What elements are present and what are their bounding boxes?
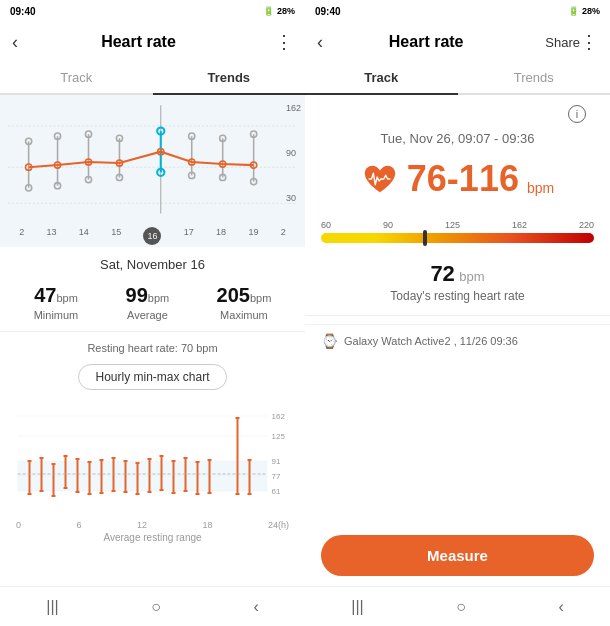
svg-text:125: 125 <box>272 432 286 441</box>
measure-button[interactable]: Measure <box>321 535 594 576</box>
active-x-label: 16 <box>143 227 161 245</box>
trend-chart-area: 162 90 30 <box>0 95 305 225</box>
svg-text:91: 91 <box>272 457 281 466</box>
battery-icon-right: 🔋 <box>568 6 579 16</box>
chart-y-labels: 162 90 30 <box>286 103 301 203</box>
divider-1 <box>305 315 610 316</box>
status-icons-left: 🔋 28% <box>263 6 295 16</box>
gauge-bar <box>321 233 594 243</box>
resting-bpm-value: 72 <box>430 261 454 286</box>
nav-back-right[interactable]: ‹ <box>558 598 563 616</box>
nav-menu-left[interactable]: ||| <box>46 598 58 616</box>
bar-chart-area: 162 125 91 77 61 <box>0 400 305 586</box>
svg-rect-46 <box>18 461 268 491</box>
info-icon[interactable]: i <box>568 105 586 123</box>
svg-text:61: 61 <box>272 487 281 496</box>
battery-pct-right: 28% <box>582 6 600 16</box>
header-title-right: Heart rate <box>307 33 545 51</box>
time-right: 09:40 <box>315 6 341 17</box>
watch-icon: ⌚ <box>321 333 338 349</box>
stat-average: 99bpm Average <box>126 284 170 321</box>
heart-icon <box>361 160 399 198</box>
hourly-btn-wrap: Hourly min-max chart <box>0 364 305 400</box>
header-title-left: Heart rate <box>2 33 275 51</box>
heart-rate-display: 76-116 bpm <box>305 150 610 212</box>
status-bar-right: 09:40 🔋 28% <box>305 0 610 22</box>
date-label: Sat, November 16 <box>0 247 305 278</box>
avg-range-label: Average resting range <box>8 530 297 547</box>
share-button[interactable]: Share <box>545 35 580 50</box>
nav-home-right[interactable]: ○ <box>456 598 466 616</box>
status-icons-right: 🔋 28% <box>568 6 600 16</box>
svg-text:162: 162 <box>272 412 286 421</box>
hourly-min-max-button[interactable]: Hourly min-max chart <box>78 364 226 390</box>
nav-bar-right: ||| ○ ‹ <box>305 586 610 626</box>
nav-back-left[interactable]: ‹ <box>253 598 258 616</box>
gauge-labels: 60 90 125 162 220 <box>321 220 594 230</box>
stats-row: 47bpm Minimum 99bpm Average 205bpm Maxim… <box>0 278 305 332</box>
stat-maximum: 205bpm Maximum <box>217 284 272 321</box>
more-button-left[interactable]: ⋮ <box>275 31 293 53</box>
device-row: ⌚ Galaxy Watch Active2 , 11/26 09:36 <box>305 324 610 357</box>
resting-bpm-unit: bpm <box>459 269 484 284</box>
resting-display: 72 bpm Today's resting heart rate <box>305 249 610 311</box>
more-button-right[interactable]: ⋮ <box>580 31 598 53</box>
trend-chart-svg <box>8 103 297 221</box>
gauge-bar-wrap: 60 90 125 162 220 <box>305 212 610 249</box>
resting-rate-text: Resting heart rate: 70 bpm <box>0 332 305 364</box>
tab-track-left[interactable]: Track <box>0 62 153 93</box>
nav-home-left[interactable]: ○ <box>151 598 161 616</box>
nav-bar-left: ||| ○ ‹ <box>0 586 305 626</box>
header-left: ‹ Heart rate ⋮ <box>0 22 305 62</box>
chart-x-labels: 2 13 14 15 16 17 18 19 2 <box>0 225 305 247</box>
tabs-right: Track Trends <box>305 62 610 95</box>
date-time-range: Tue, Nov 26, 09:07 - 09:36 <box>305 123 610 150</box>
stat-minimum: 47bpm Minimum <box>34 284 79 321</box>
header-right: ‹ Heart rate Share ⋮ <box>305 22 610 62</box>
tab-trends-right[interactable]: Trends <box>458 62 611 93</box>
bar-x-labels: 0 6 12 18 24(h) <box>8 520 297 530</box>
device-name: Galaxy Watch Active2 , 11/26 09:36 <box>344 335 518 347</box>
tab-track-right[interactable]: Track <box>305 62 458 93</box>
tab-trends-left[interactable]: Trends <box>153 62 306 93</box>
right-phone-screen: 09:40 🔋 28% ‹ Heart rate Share ⋮ Track T… <box>305 0 610 626</box>
bpm-range-value: 76-116 <box>407 158 519 200</box>
nav-menu-right[interactable]: ||| <box>351 598 363 616</box>
time-left: 09:40 <box>10 6 36 17</box>
gauge-indicator <box>423 230 427 246</box>
status-bar-left: 09:40 🔋 28% <box>0 0 305 22</box>
resting-label: Today's resting heart rate <box>305 289 610 303</box>
bar-chart-svg: 162 125 91 77 61 <box>8 406 297 516</box>
svg-text:77: 77 <box>272 472 281 481</box>
left-phone-screen: 09:40 🔋 28% ‹ Heart rate ⋮ Track Trends <box>0 0 305 626</box>
tabs-left: Track Trends <box>0 62 305 95</box>
bpm-unit: bpm <box>527 180 554 196</box>
battery-pct-left: 28% <box>277 6 295 16</box>
battery-icon-left: 🔋 <box>263 6 274 16</box>
